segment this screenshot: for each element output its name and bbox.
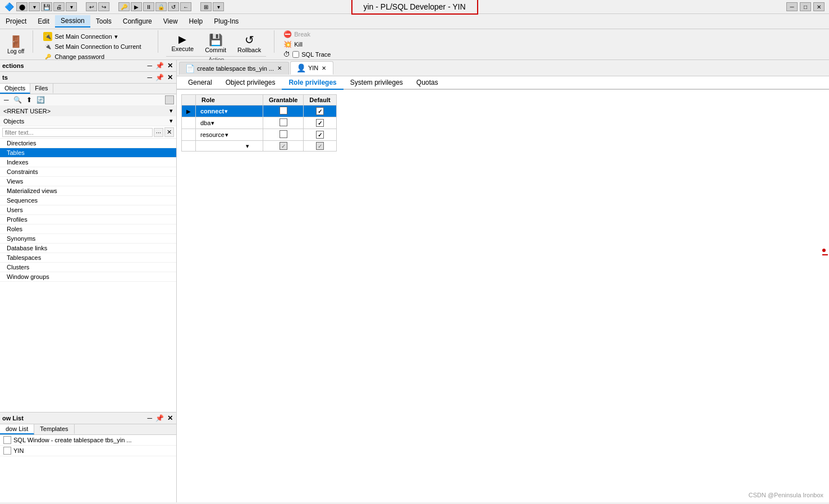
connections-close-icon[interactable]: ✕ [166,61,174,70]
tree-item[interactable]: Window groups [0,272,176,282]
yin-tab[interactable]: 👤 YIN ✕ [290,61,333,75]
toolbar-up-icon[interactable]: ⬆ [25,95,34,104]
toolbar-refresh-icon[interactable]: 🔄 [35,95,47,104]
tree-item[interactable]: Views [0,177,176,186]
tree-item[interactable]: Indexes [0,158,176,167]
yin-tab-close[interactable]: ✕ [320,65,327,71]
window-check[interactable] [3,436,11,444]
default-cell[interactable] [304,117,336,129]
title-bar-nav-icons[interactable]: ↩ ↪ [86,2,109,11]
minimize-btn[interactable]: ─ [786,2,798,11]
connections-pin-icon[interactable]: 📌 [154,61,165,70]
tree-item[interactable]: Roles [0,224,176,234]
wl-pin-icon[interactable]: 📌 [154,414,165,423]
grantable-cell[interactable] [263,117,304,129]
toolbar-minus-icon[interactable]: ─ [2,95,11,104]
menu-project[interactable]: Project [0,16,32,27]
tree-item[interactable]: Clusters [0,263,176,272]
grantable-checkbox[interactable] [280,118,287,126]
tab-files[interactable]: Files [30,84,53,94]
objects-min-icon[interactable]: ─ [146,73,153,82]
commit-btn[interactable]: 💾 Commit [200,31,231,55]
new-object-btn[interactable] [165,95,174,104]
window-check[interactable] [3,447,11,455]
wl-min-icon[interactable]: ─ [146,414,153,423]
current-user-dropdown[interactable]: <RRENT USER> ▾ [0,106,176,116]
kill-btn[interactable]: 💥 Kill [282,40,332,49]
table-row[interactable]: ▾ [182,141,337,152]
sub-tab-quotas[interactable]: Quotas [410,76,445,90]
default-checkbox[interactable] [316,142,324,150]
table-row[interactable]: ▶connect▾ [182,106,337,117]
title-bar-btn-1[interactable]: ⬤ [16,2,28,11]
default-cell[interactable] [304,129,336,141]
tree-item[interactable]: Database links [0,244,176,253]
grantable-cell[interactable] [263,106,304,117]
grantable-checkbox[interactable] [280,142,287,150]
window-controls[interactable]: ─ □ ✕ [786,2,825,11]
col-header-grantable[interactable]: Grantable [263,95,304,106]
objects-pin-icon[interactable]: 📌 [154,73,165,82]
lock-btn[interactable]: 🔒 [155,2,167,11]
maximize-btn[interactable]: □ [800,2,811,11]
role-dropdown-icon[interactable]: ▾ [225,108,228,115]
role-name-cell[interactable]: connect▾ [196,106,263,117]
new-role-input[interactable] [200,143,245,149]
new-role-dropdown-icon[interactable]: ▾ [246,143,249,150]
grantable-checkbox[interactable] [280,130,287,138]
tree-item[interactable]: Constraints [0,167,176,177]
default-cell[interactable] [304,106,336,117]
tree-item[interactable]: Tablespaces [0,253,176,263]
col-header-default[interactable]: Default [304,95,336,106]
window-list-item[interactable]: YIN [0,446,176,456]
grantable-checkbox[interactable] [280,107,287,114]
tree-item[interactable]: Materialized views [0,186,176,196]
menu-view[interactable]: View [158,16,184,27]
sub-tab-general[interactable]: General [181,76,219,90]
objects-close-icon[interactable]: ✕ [166,73,174,82]
sql-trace-btn[interactable]: ⏱ SQL Trace [282,50,332,59]
refresh-btn[interactable]: ↺ [168,2,179,11]
default-checkbox[interactable] [316,107,324,115]
logoff-btn[interactable]: 🚪 Log off [2,30,29,58]
play-btn[interactable]: ▶ [131,2,142,11]
redo-btn[interactable]: ↪ [98,2,109,11]
role-name-cell[interactable]: resource▾ [196,129,263,141]
menu-tools[interactable]: Tools [90,16,117,27]
title-bar-right-icons[interactable]: ⊞ ▾ [200,2,224,11]
menu-session[interactable]: Session [55,15,90,28]
more-btn[interactable]: ▾ [213,2,224,11]
sub-tab-system-privileges[interactable]: System privileges [343,76,410,90]
default-checkbox[interactable] [316,131,324,139]
tree-item[interactable]: Sequences [0,196,176,205]
wl-close-icon[interactable]: ✕ [166,414,174,423]
tree-item[interactable]: Profiles [0,215,176,224]
grantable-cell[interactable] [263,129,304,141]
toolbar-search-icon[interactable]: 🔍 [12,95,24,104]
role-dropdown-icon[interactable]: ▾ [225,131,228,139]
undo-btn[interactable]: ↩ [86,2,97,11]
grid-btn[interactable]: ⊞ [200,2,212,11]
filter-input[interactable] [2,128,153,137]
menu-configure[interactable]: Configure [117,16,158,27]
set-main-connection-btn[interactable]: 🔌 Set Main Connection ▾ [41,31,150,42]
title-bar-btn-2[interactable]: ▾ [29,2,40,11]
tab-objects[interactable]: Objects [0,84,30,94]
pause-btn[interactable]: ⏸ [143,2,154,11]
grantable-cell[interactable] [263,141,304,152]
filter-more-btn[interactable]: ··· [154,128,163,137]
back-btn[interactable]: ← [180,2,191,11]
sql-tab-close[interactable]: ✕ [276,65,283,71]
set-main-conn-current-btn[interactable]: 🔌 Set Main Connection to Current [41,42,150,52]
table-row[interactable]: dba▾ [182,117,337,129]
tree-item[interactable]: Tables [0,148,176,158]
connections-min-icon[interactable]: ─ [146,61,153,70]
rollback-btn[interactable]: ↺ Rollback [232,31,266,55]
table-row[interactable]: resource▾ [182,129,337,141]
key-btn[interactable]: 🔑 [118,2,130,11]
menu-help[interactable]: Help [184,16,209,27]
col-header-role[interactable]: Role [196,95,263,106]
window-list-item[interactable]: SQL Window - create tablespace tbs_yin .… [0,435,176,446]
title-bar-icons-left[interactable]: ⬤ ▾ 💾 🖨 ▾ [16,2,77,11]
sub-tab-role-privileges[interactable]: Role privileges [282,76,343,90]
